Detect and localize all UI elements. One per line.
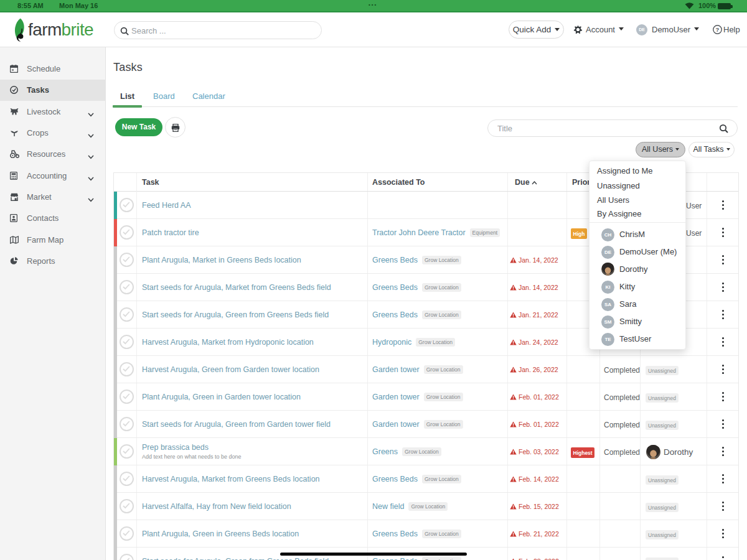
svg-text:?: ?	[716, 26, 720, 33]
